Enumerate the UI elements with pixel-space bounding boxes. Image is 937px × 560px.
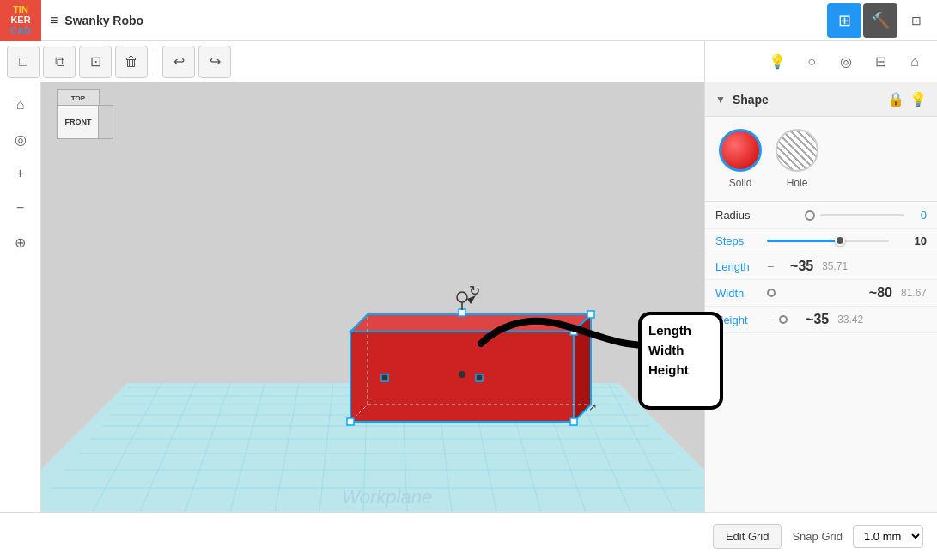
bottom-bar: Edit Grid Snap Grid 1.0 mm 0.5 mm 2.0 mm <box>0 512 937 560</box>
svg-point-39 <box>459 371 465 378</box>
right-panel: ▼ Shape 🔒 💡 Solid Hole Radius 0 Steps <box>704 82 937 512</box>
duplicate-button[interactable]: ⊡ <box>79 46 112 78</box>
steps-row: Steps 10 <box>705 229 937 253</box>
snap-grid-label: Snap Grid <box>792 530 843 543</box>
cube-right-face <box>98 105 113 139</box>
bulb-icon-button[interactable]: 💡 <box>762 46 793 77</box>
svg-text:↗: ↗ <box>588 401 597 413</box>
edit-grid-button[interactable]: Edit Grid <box>713 524 782 549</box>
svg-rect-32 <box>459 309 465 316</box>
app-title: ≡ Swanky Robo <box>50 13 827 28</box>
length-label: Length <box>715 260 764 273</box>
svg-rect-33 <box>347 418 354 425</box>
height-exact: 33.42 <box>832 313 863 326</box>
cube-top-face: TOP <box>57 89 100 107</box>
radius-value: 0 <box>910 209 927 222</box>
home-view-button[interactable]: ⌂ <box>5 89 36 120</box>
panel-bulb-icon[interactable]: 💡 <box>910 91 927 107</box>
steps-slider-thumb[interactable] <box>835 235 845 246</box>
title-menu-icon[interactable]: ≡ <box>50 13 58 28</box>
hammer-button[interactable]: 🔨 <box>863 3 897 38</box>
cylinder-button[interactable]: ◎ <box>831 46 861 77</box>
height-handle <box>779 315 788 324</box>
grid-view-button[interactable]: ⊞ <box>827 3 861 38</box>
undo-button[interactable]: ↩ <box>162 46 195 78</box>
width-row: Width ~80 81.67 <box>705 280 937 307</box>
solid-option[interactable]: Solid <box>719 129 762 189</box>
main-toolbar: □ ⧉ ⊡ 🗑 ↩ ↪ <box>0 41 704 82</box>
svg-text:Workplane: Workplane <box>342 486 432 508</box>
right-toolbar: 💡 ○ ◎ ⊟ ⌂ <box>704 41 937 82</box>
steps-slider-area[interactable] <box>767 240 889 242</box>
toolbar-separator <box>155 49 155 75</box>
radius-slider[interactable] <box>820 214 904 216</box>
logo-tin: TIN <box>13 4 28 15</box>
height-minus-icon[interactable]: − <box>767 313 774 326</box>
redo-button[interactable]: ↪ <box>198 46 231 78</box>
panel-header: ▼ Shape 🔒 💡 <box>705 82 937 117</box>
reset-view-button[interactable]: ⊕ <box>5 227 36 258</box>
new-button[interactable]: □ <box>7 46 40 78</box>
length-display: ~35 <box>779 259 813 274</box>
layers-button[interactable]: ⊟ <box>865 46 896 77</box>
hole-option[interactable]: Hole <box>776 129 818 189</box>
width-display: ~80 <box>858 285 892 301</box>
svg-text:↻: ↻ <box>469 283 480 298</box>
logo-ker: KER <box>10 15 30 25</box>
app-title-text: Swanky Robo <box>64 14 143 27</box>
panel-title: Shape <box>733 93 880 107</box>
left-navigation: ⌂ ◎ + − ⊕ <box>0 82 41 560</box>
top-right-toolbar: ⊞ 🔨 ⊡ <box>827 3 937 38</box>
steps-slider-fill <box>767 240 840 242</box>
svg-marker-27 <box>350 314 591 332</box>
orbit-button[interactable]: ◎ <box>5 124 36 155</box>
delete-button[interactable]: 🗑 <box>115 46 148 78</box>
logo-cad: CAD <box>10 26 31 36</box>
collapse-button[interactable]: ▼ <box>715 94 726 106</box>
width-label: Width <box>715 287 764 300</box>
svg-rect-35 <box>587 311 594 318</box>
steps-slider[interactable] <box>767 240 889 242</box>
steps-label: Steps <box>715 234 764 247</box>
viewport[interactable]: Workplane ↻ ↗ <box>41 82 704 512</box>
cube-front-face: FRONT <box>57 105 100 139</box>
shape-options: Solid Hole <box>705 117 937 202</box>
svg-rect-38 <box>476 374 483 381</box>
height-label: Height <box>715 313 764 326</box>
length-minus-icon[interactable]: − <box>767 259 774 273</box>
steps-value: 10 <box>892 234 927 247</box>
svg-rect-36 <box>570 328 577 335</box>
solid-label: Solid <box>729 177 752 189</box>
copy-button[interactable]: ⧉ <box>43 46 76 78</box>
height-display: ~35 <box>794 312 829 327</box>
width-exact: 81.67 <box>896 287 927 299</box>
hole-circle <box>776 129 818 172</box>
length-row: Length − ~35 35.71 <box>705 253 937 280</box>
scene-svg: Workplane ↻ ↗ <box>41 82 704 512</box>
top-bar: TIN KER CAD ≡ Swanky Robo ⊞ 🔨 ⊡ <box>0 0 937 41</box>
logo: TIN KER CAD <box>0 0 41 41</box>
width-slider-area <box>767 289 855 297</box>
lock-icon[interactable]: 🔒 <box>887 91 904 107</box>
radius-handle <box>805 210 815 221</box>
roof-button[interactable]: ⌂ <box>899 46 930 77</box>
width-handle <box>767 289 776 297</box>
radius-row: Radius 0 <box>705 202 937 229</box>
svg-rect-34 <box>570 418 577 425</box>
radius-label: Radius <box>715 209 800 222</box>
orientation-cube[interactable]: TOP FRONT <box>48 89 108 154</box>
solid-circle <box>719 129 762 172</box>
length-exact: 35.71 <box>817 260 848 272</box>
shape-view-button[interactable]: ○ <box>796 46 827 77</box>
expand-button[interactable]: ⊡ <box>899 3 934 38</box>
zoom-in-button[interactable]: + <box>5 158 36 189</box>
snap-grid-select[interactable]: 1.0 mm 0.5 mm 2.0 mm <box>853 525 923 548</box>
height-row: Height − ~35 33.42 <box>705 307 937 333</box>
panel-header-icons: 🔒 💡 <box>887 91 927 107</box>
zoom-out-button[interactable]: − <box>5 192 36 223</box>
svg-rect-37 <box>381 374 388 381</box>
hole-label: Hole <box>787 177 808 189</box>
